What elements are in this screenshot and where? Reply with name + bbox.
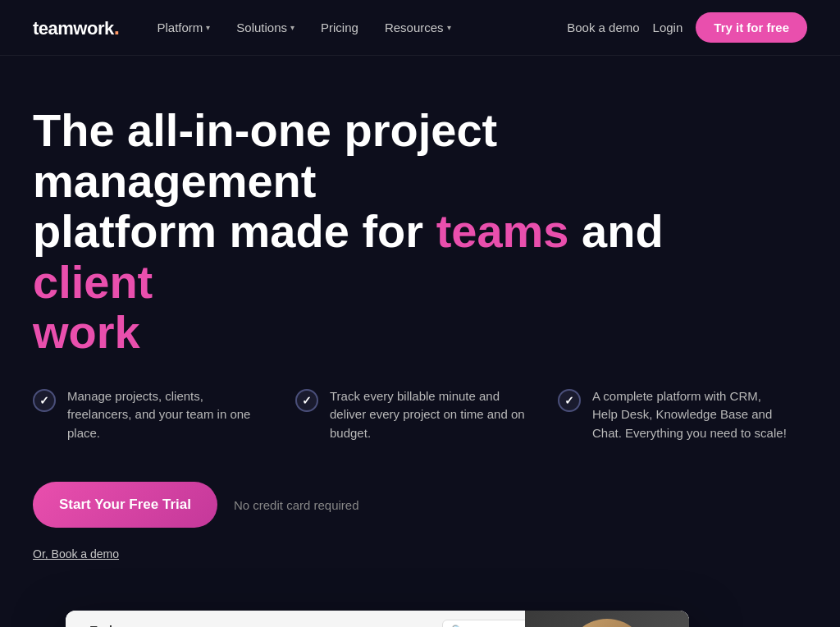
- dashboard-preview: ▶ Tasks ⋯ 🔍 Quick Search 🏷 Tags ▾ 👤 ⊞ Ta…: [66, 611, 689, 627]
- nav-pricing[interactable]: Pricing: [309, 14, 370, 41]
- logo[interactable]: teamwork.: [33, 16, 119, 39]
- no-credit-card-label: No credit card required: [234, 498, 359, 512]
- feature-item-3: A complete platform with CRM, Help Desk,…: [558, 387, 788, 443]
- kebab-menu-icon[interactable]: ⋯: [127, 623, 140, 627]
- nav-links: Platform ▾ Solutions ▾ Pricing Resources…: [145, 14, 567, 41]
- check-icon-3: [558, 389, 581, 412]
- hero-headline: The all-in-one project management platfo…: [33, 105, 771, 358]
- feature-item-1: Manage projects, clients, freelancers, a…: [33, 387, 262, 443]
- hero-section: The all-in-one project management platfo…: [0, 56, 840, 594]
- book-demo-nav-link[interactable]: Book a demo: [567, 21, 639, 34]
- feature-item-2: Track every billable minute and deliver …: [295, 387, 525, 443]
- features-row: Manage projects, clients, freelancers, a…: [33, 387, 788, 443]
- start-trial-button[interactable]: Start Your Free Trial: [33, 482, 217, 528]
- nav-right: Book a demo Login Try it for free: [567, 12, 807, 43]
- video-overlay: Project Manager: [525, 611, 689, 627]
- logo-text: teamwork.: [33, 16, 119, 39]
- feature-text-2: Track every billable minute and deliver …: [330, 387, 525, 443]
- nav-resources[interactable]: Resources ▾: [373, 14, 463, 41]
- login-link[interactable]: Login: [653, 21, 683, 34]
- check-icon-2: [295, 389, 318, 412]
- video-background: [525, 611, 689, 627]
- check-icon-1: [33, 389, 56, 412]
- try-free-button[interactable]: Try it for free: [696, 12, 807, 43]
- dashboard-title: ▶ Tasks ⋯: [79, 623, 140, 627]
- nav-platform[interactable]: Platform ▾: [145, 14, 221, 41]
- feature-text-3: A complete platform with CRM, Help Desk,…: [592, 387, 788, 443]
- chevron-down-icon: ▾: [206, 23, 210, 32]
- book-demo-hero-link[interactable]: Or, Book a demo: [33, 547, 119, 561]
- feature-text-1: Manage projects, clients, freelancers, a…: [67, 387, 262, 443]
- nav-solutions[interactable]: Solutions ▾: [225, 14, 306, 41]
- chevron-down-icon: ▾: [447, 23, 451, 32]
- chevron-down-icon: ▾: [290, 23, 294, 32]
- navigation: teamwork. Platform ▾ Solutions ▾ Pricing…: [0, 0, 840, 56]
- cta-row: Start Your Free Trial No credit card req…: [33, 482, 807, 528]
